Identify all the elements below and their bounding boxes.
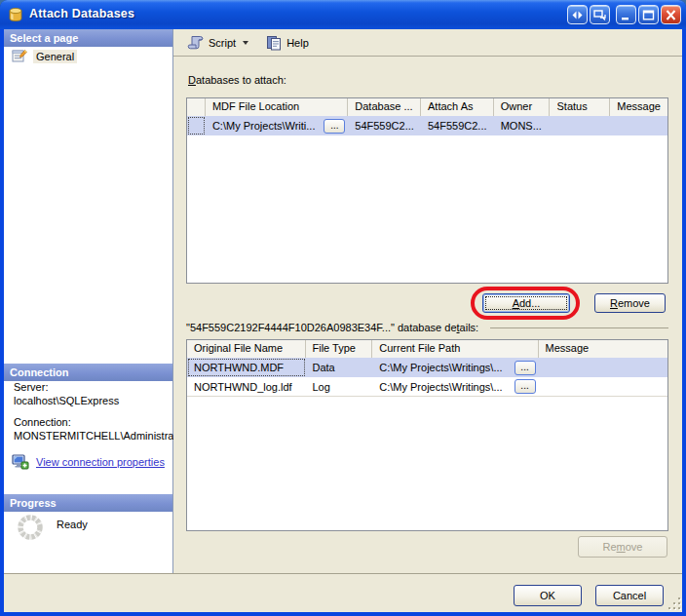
column-header-file-type: File Type <box>306 340 373 358</box>
titlebar[interactable]: Attach Databases <box>0 0 686 29</box>
file-path-text: C:\My Projects\Writings\... <box>379 381 502 393</box>
cancel-button[interactable]: Cancel <box>595 585 664 606</box>
original-file-name-cell[interactable]: NORTHWND_log.ldf <box>187 377 306 396</box>
details-grid-header: Original File Name File Type Current Fil… <box>187 340 667 358</box>
details-grid-row-data[interactable]: NORTHWND.MDF Data C:\My Projects\Writing… <box>187 358 667 377</box>
message-cell[interactable] <box>610 116 667 135</box>
attach-as-cell[interactable]: 54F559C2... <box>421 116 494 135</box>
maximize-button[interactable] <box>638 5 659 24</box>
column-header-mdf-file-location: MDF File Location <box>206 98 348 116</box>
sidebar-item-general[interactable]: General <box>12 49 77 63</box>
current-file-path-cell[interactable]: C:\My Projects\Writings\... ... <box>372 358 538 377</box>
help-label: Help <box>286 37 309 49</box>
column-header-message: Message <box>539 340 667 358</box>
column-header-database: Database ... <box>348 98 421 116</box>
databases-to-attach-label: Databases to attach: <box>188 74 286 86</box>
column-header-status: Status <box>550 98 610 116</box>
help-icon <box>266 35 282 51</box>
column-header-selector <box>187 98 206 116</box>
minimize-button[interactable] <box>616 5 636 24</box>
footer: OK Cancel <box>4 573 682 612</box>
close-button[interactable] <box>661 5 681 24</box>
owner-cell[interactable]: MONS... <box>494 116 551 135</box>
details-separator-line <box>490 327 668 328</box>
resize-grip[interactable] <box>667 596 680 609</box>
column-header-message: Message <box>610 98 667 116</box>
column-header-attach-as: Attach As <box>421 98 494 116</box>
script-dropdown-arrow-icon[interactable] <box>243 41 248 45</box>
browse-mdf-button[interactable]: ... <box>324 119 345 134</box>
main-panel: Script Help Databases to attach: <box>173 29 682 573</box>
add-button[interactable]: Add... <box>482 293 570 313</box>
sidebar-item-label: General <box>33 50 77 63</box>
minimize-icon <box>620 10 632 20</box>
column-header-owner: Owner <box>494 98 551 116</box>
connection-properties-icon <box>12 454 29 470</box>
database-details-label: "54F559C2192F4444F10D26A0983E34F..." dat… <box>186 322 478 333</box>
script-button[interactable]: Script <box>183 33 262 52</box>
original-file-name-cell[interactable]: NORTHWND.MDF <box>187 358 306 377</box>
databases-to-attach-grid[interactable]: MDF File Location Database ... Attach As… <box>186 97 668 284</box>
status-cell[interactable] <box>550 116 610 135</box>
database-name-cell[interactable]: 54F559C2... <box>348 116 421 135</box>
view-connection-properties-link[interactable]: View connection properties <box>36 456 165 468</box>
details-grid-row-log[interactable]: NORTHWND_log.ldf Log C:\My Projects\Writ… <box>187 377 667 397</box>
connection-info: Server: localhost\SQLExpress Connection:… <box>14 380 173 443</box>
select-a-page-header: Select a page <box>4 29 172 47</box>
script-icon <box>187 35 204 50</box>
window-controls <box>565 5 681 24</box>
left-right-arrows-icon <box>571 10 584 20</box>
server-value: localhost\SQLExpress <box>14 394 173 407</box>
connection-label: Connection: <box>14 415 173 429</box>
database-icon <box>8 7 23 22</box>
attach-grid-header: MDF File Location Database ... Attach As… <box>187 98 667 116</box>
message-cell[interactable] <box>539 358 667 377</box>
browse-path-button[interactable]: ... <box>514 379 536 394</box>
current-file-path-cell[interactable]: C:\My Projects\Writings\... ... <box>372 377 538 396</box>
mdf-file-location-cell[interactable]: C:\My Projects\Writi... ... <box>206 116 348 135</box>
mdf-path-text: C:\My Projects\Writi... <box>212 120 316 132</box>
connection-value: MONSTERMITCHELL\Administra <box>14 429 173 443</box>
window-title: Attach Databases <box>29 7 134 20</box>
pane-arrows-button[interactable] <box>567 5 588 24</box>
message-cell[interactable] <box>539 377 667 396</box>
remove-button[interactable]: Remove <box>594 293 666 313</box>
server-label: Server: <box>14 380 173 394</box>
column-header-current-file-path: Current File Path <box>372 340 538 358</box>
toolbar: Script Help <box>173 29 682 57</box>
window-float-icon <box>593 10 606 20</box>
general-page-icon <box>12 49 27 63</box>
ok-button[interactable]: OK <box>514 585 582 606</box>
file-path-text: C:\My Projects\Writings\... <box>379 362 502 373</box>
sidebar: Select a page General Connection Server:… <box>4 29 173 573</box>
remove-details-button[interactable]: Remove <box>578 536 667 558</box>
progress-status: Ready <box>57 519 88 530</box>
row-selector-cell[interactable] <box>187 116 206 135</box>
help-button[interactable]: Help <box>262 33 313 53</box>
progress-spinner-icon <box>16 513 45 542</box>
close-icon <box>665 10 677 20</box>
progress-header: Progress <box>4 494 172 512</box>
script-label: Script <box>209 37 236 49</box>
browse-path-button[interactable]: ... <box>514 361 536 375</box>
column-header-original-file-name: Original File Name <box>187 340 306 358</box>
connection-header: Connection <box>4 364 172 381</box>
file-type-cell[interactable]: Log <box>306 377 373 396</box>
database-details-grid[interactable]: Original File Name File Type Current Fil… <box>186 339 668 531</box>
attach-databases-dialog: Attach Databases <box>0 0 686 616</box>
maximize-icon <box>642 10 655 20</box>
attach-grid-row[interactable]: C:\My Projects\Writi... ... 54F559C2... … <box>187 116 667 135</box>
file-type-cell[interactable]: Data <box>306 358 373 377</box>
float-window-button[interactable] <box>590 5 610 24</box>
